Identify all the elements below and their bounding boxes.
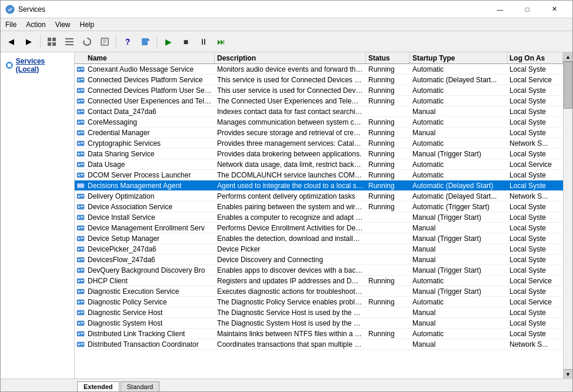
- row-startup: Automatic (Trigger Start): [410, 202, 507, 212]
- svg-rect-1: [48, 38, 51, 41]
- row-status: [366, 344, 410, 345]
- maximize-button[interactable]: □: [514, 1, 541, 18]
- row-name: DHCP Client: [85, 276, 215, 286]
- row-logon: Local Syste: [507, 308, 563, 317]
- table-row[interactable]: Connected User Experiences and Tele... T…: [75, 96, 563, 106]
- svg-rect-5: [65, 38, 74, 39]
- row-description: Maintains links between NTFS files withi…: [215, 329, 366, 339]
- back-button[interactable]: ◀: [3, 33, 19, 50]
- row-status: Running: [366, 181, 410, 190]
- refresh-button[interactable]: [79, 33, 95, 50]
- table-row[interactable]: Conexant Audio Message Service Monitors …: [75, 64, 563, 75]
- close-button[interactable]: ✕: [541, 1, 568, 18]
- properties-button[interactable]: [96, 33, 113, 50]
- col-header-startup[interactable]: Startup Type: [410, 53, 507, 63]
- row-startup: Automatic: [410, 170, 507, 180]
- table-row[interactable]: DCOM Server Process Launcher The DCOMLAU…: [75, 170, 563, 180]
- table-row[interactable]: DevQuery Background Discovery Bro Enable…: [75, 265, 563, 276]
- table-row[interactable]: Contact Data_247da6 Indexes contact data…: [75, 106, 563, 117]
- row-startup: Manual (Trigger Start): [410, 149, 507, 159]
- table-row[interactable]: Credential Manager Provides secure stora…: [75, 128, 563, 138]
- title-bar: Services — □ ✕: [1, 1, 572, 18]
- tab-standard[interactable]: Standard: [121, 381, 160, 391]
- minimize-button[interactable]: —: [487, 1, 514, 18]
- row-icon: [76, 139, 85, 148]
- scroll-down-button[interactable]: ▼: [564, 369, 572, 378]
- table-row[interactable]: CoreMessaging Manages communication betw…: [75, 117, 563, 128]
- sidebar-title[interactable]: Services (Local): [5, 57, 69, 73]
- row-status: Running: [366, 160, 410, 169]
- row-icon: [76, 97, 85, 105]
- table-row[interactable]: Device Setup Manager Enables the detecti…: [75, 233, 563, 244]
- table-row[interactable]: Diagnostic Service Host The Diagnostic S…: [75, 307, 563, 318]
- row-description: This service is used for Connected Devic…: [215, 75, 366, 85]
- row-logon: Local Syste: [507, 170, 563, 180]
- row-description: The Diagnostic Policy Service enables pr…: [215, 297, 366, 307]
- scroll-up-button[interactable]: ▲: [564, 52, 572, 62]
- row-status: Running: [366, 170, 410, 180]
- col-header-name[interactable]: Name: [85, 53, 215, 63]
- table-row[interactable]: Distributed Link Tracking Client Maintai…: [75, 329, 563, 339]
- table-row[interactable]: DevicePicker_247da6 Device Picker Manual…: [75, 244, 563, 254]
- col-header-description[interactable]: Description: [215, 53, 366, 63]
- forward-button[interactable]: ▶: [21, 33, 37, 50]
- table-row[interactable]: Connected Devices Platform User Ser... T…: [75, 85, 563, 96]
- show-list-view-button[interactable]: [61, 33, 78, 50]
- table-row[interactable]: Diagnostic Execution Service Executes di…: [75, 286, 563, 297]
- row-description: This user service is used for Connected …: [215, 86, 366, 95]
- table-row[interactable]: Device Install Service Enables a compute…: [75, 212, 563, 223]
- vertical-scrollbar[interactable]: ▲ ▼: [563, 52, 572, 378]
- row-startup: Manual: [410, 308, 507, 317]
- table-row[interactable]: Diagnostic Policy Service The Diagnostic…: [75, 297, 563, 307]
- stop-service-button[interactable]: ■: [178, 33, 194, 50]
- row-name: Connected Devices Platform User Ser...: [85, 86, 215, 95]
- table-row[interactable]: Connected Devices Platform Service This …: [75, 75, 563, 85]
- scroll-track[interactable]: [564, 62, 572, 369]
- row-description: Device Discovery and Connecting: [215, 255, 366, 264]
- svg-rect-25: [81, 89, 84, 91]
- row-icon: [76, 256, 85, 264]
- row-status: [366, 111, 410, 112]
- start-service-button[interactable]: ▶: [160, 33, 176, 50]
- svg-point-69: [78, 248, 80, 250]
- table-row[interactable]: Device Association Service Enables pairi…: [75, 202, 563, 212]
- col-header-logon[interactable]: Log On As: [507, 53, 563, 63]
- table-row[interactable]: DHCP Client Registers and updates IP add…: [75, 276, 563, 286]
- row-startup: Automatic: [410, 86, 507, 95]
- row-name: Diagnostic System Host: [85, 319, 215, 328]
- scroll-thumb[interactable]: [564, 62, 572, 109]
- pause-service-button[interactable]: ⏸: [195, 33, 212, 50]
- show-standard-view-button[interactable]: [44, 33, 60, 50]
- table-row[interactable]: Decisions Management Agent Agent used to…: [75, 180, 563, 191]
- row-startup: Automatic (Delayed Start...: [410, 192, 507, 201]
- row-startup: Automatic (Delayed Start): [410, 181, 507, 190]
- svg-point-93: [78, 333, 80, 334]
- row-name: DCOM Server Process Launcher: [85, 170, 215, 180]
- menu-help[interactable]: Help: [75, 18, 99, 31]
- row-startup: Manual: [410, 340, 507, 349]
- table-row[interactable]: Cryptographic Services Provides three ma…: [75, 138, 563, 149]
- table-row[interactable]: DevicesFlow_247da6 Device Discovery and …: [75, 254, 563, 265]
- menu-file[interactable]: File: [1, 18, 21, 31]
- main-window: Services — □ ✕ File Action View Help ◀ ▶…: [0, 0, 573, 392]
- resume-service-button[interactable]: ⏭: [213, 33, 229, 50]
- row-startup: Automatic: [410, 65, 507, 74]
- help-button[interactable]: ?: [119, 33, 136, 50]
- export-button[interactable]: [137, 33, 154, 50]
- table-row[interactable]: Device Management Enrollment Serv Perfor…: [75, 223, 563, 233]
- menu-action[interactable]: Action: [21, 18, 50, 31]
- row-description: Device Picker: [215, 244, 366, 254]
- svg-point-48: [78, 174, 80, 176]
- col-header-status[interactable]: Status: [366, 53, 410, 63]
- row-startup: Automatic: [410, 329, 507, 339]
- table-row[interactable]: Delivery Optimization Performs content d…: [75, 191, 563, 202]
- table-row[interactable]: Distributed Transaction Coordinator Coor…: [75, 339, 563, 350]
- row-logon: Local Syste: [507, 128, 563, 138]
- table-row[interactable]: Data Sharing Service Provides data broke…: [75, 149, 563, 159]
- row-startup: Manual (Trigger Start): [410, 266, 507, 275]
- table-row[interactable]: Data Usage Network data usage, data limi…: [75, 159, 563, 170]
- tab-extended[interactable]: Extended: [77, 381, 119, 391]
- menu-view[interactable]: View: [51, 18, 75, 31]
- window-title: Services: [18, 5, 487, 14]
- table-row[interactable]: Diagnostic System Host The Diagnostic Sy…: [75, 318, 563, 329]
